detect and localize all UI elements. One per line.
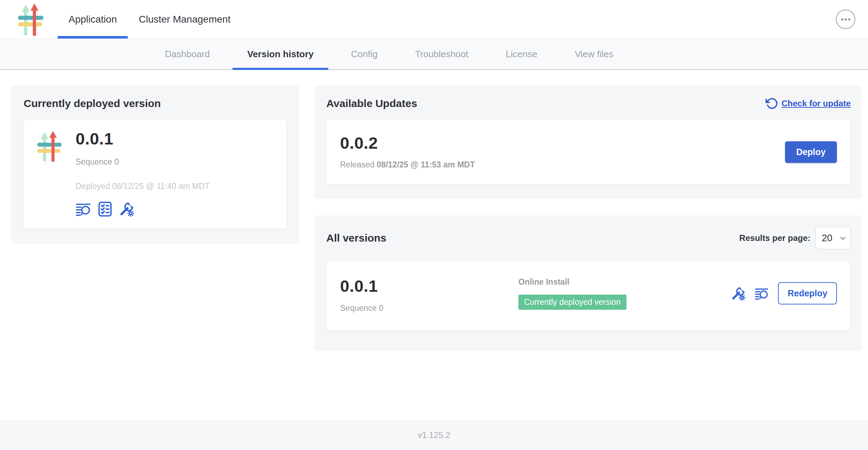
available-updates-title: Available Updates — [326, 97, 417, 110]
top-tabs: Application Cluster Management — [58, 0, 242, 39]
preflight-checks-icon[interactable] — [97, 201, 113, 217]
app-sub-navigation: Dashboard Version history Config Trouble… — [0, 39, 868, 70]
footer: v1.125.2 — [0, 420, 868, 450]
version-row-actions: Redeploy — [731, 282, 837, 304]
row-version-number: 0.0.1 — [340, 277, 518, 295]
deployed-version-detail: 0.0.1 Sequence 0 Deployed 08/12/25 @ 11:… — [24, 119, 287, 229]
install-type-label: Online Install — [518, 277, 569, 287]
deploy-button[interactable]: Deploy — [785, 141, 837, 163]
version-row-info: 0.0.1 Sequence 0 — [340, 277, 518, 313]
deployed-sequence: Sequence 0 — [76, 157, 210, 167]
deployed-timestamp: Deployed 08/12/25 @ 11:40 am MDT — [76, 182, 210, 191]
released-prefix: Released — [340, 160, 377, 169]
subtab-config[interactable]: Config — [336, 39, 392, 69]
subtab-view-files[interactable]: View files — [560, 39, 628, 69]
top-navigation-bar: Application Cluster Management — [0, 0, 868, 39]
update-row: 0.0.2 Released 08/12/25 @ 11:53 am MDT D… — [326, 119, 851, 185]
app-logo-icon — [36, 131, 63, 162]
overflow-menu-button[interactable] — [836, 10, 855, 29]
currently-deployed-title: Currently deployed version — [24, 97, 287, 110]
main-content: Currently deployed version 0.0.1 Sequenc… — [0, 70, 868, 420]
tab-application[interactable]: Application — [58, 0, 128, 39]
version-row-status: Online Install Currently deployed versio… — [518, 277, 626, 310]
update-version-number: 0.0.2 — [340, 134, 475, 152]
subtab-dashboard[interactable]: Dashboard — [150, 39, 225, 69]
currently-deployed-badge: Currently deployed version — [518, 295, 626, 310]
edit-config-icon[interactable] — [731, 286, 745, 301]
update-released-timestamp: Released 08/12/25 @ 11:53 am MDT — [340, 160, 475, 170]
deploy-logs-icon[interactable] — [76, 201, 91, 217]
subtab-version-history[interactable]: Version history — [232, 39, 328, 69]
version-row: 0.0.1 Sequence 0 Online Install Currentl… — [326, 261, 851, 331]
check-for-update-link[interactable]: Check for update — [765, 97, 851, 110]
all-versions-title: All versions — [326, 232, 386, 244]
available-updates-card: Available Updates Check for update 0.0.2… — [314, 86, 861, 199]
app-logo-icon — [17, 3, 45, 36]
check-for-update-label: Check for update — [781, 99, 851, 108]
released-datetime: 08/12/25 @ 11:53 am MDT — [377, 160, 475, 169]
edit-config-icon[interactable] — [119, 201, 134, 217]
refresh-icon — [765, 97, 778, 110]
currently-deployed-card: Currently deployed version 0.0.1 Sequenc… — [11, 86, 299, 244]
results-per-page-label: Results per page: — [739, 233, 810, 243]
results-per-page-select[interactable]: 20 — [815, 227, 851, 249]
tab-cluster-management[interactable]: Cluster Management — [128, 0, 242, 39]
deployed-version-info: 0.0.1 Sequence 0 Deployed 08/12/25 @ 11:… — [76, 130, 210, 217]
deploy-logs-icon[interactable] — [755, 286, 769, 301]
ellipsis-icon — [837, 14, 854, 24]
deployed-version-number: 0.0.1 — [76, 130, 210, 147]
results-per-page: Results per page: 20 — [739, 227, 851, 249]
right-column: Available Updates Check for update 0.0.2… — [314, 86, 861, 351]
update-info: 0.0.2 Released 08/12/25 @ 11:53 am MDT — [340, 134, 475, 170]
row-sequence: Sequence 0 — [340, 303, 518, 313]
redeploy-button[interactable]: Redeploy — [778, 282, 837, 304]
subtab-license[interactable]: License — [491, 39, 552, 69]
deployed-version-actions — [76, 201, 210, 217]
all-versions-card: All versions Results per page: 20 0.0.1 … — [314, 215, 861, 350]
admin-console-version: v1.125.2 — [418, 430, 450, 440]
subtab-troubleshoot[interactable]: Troubleshoot — [400, 39, 483, 69]
